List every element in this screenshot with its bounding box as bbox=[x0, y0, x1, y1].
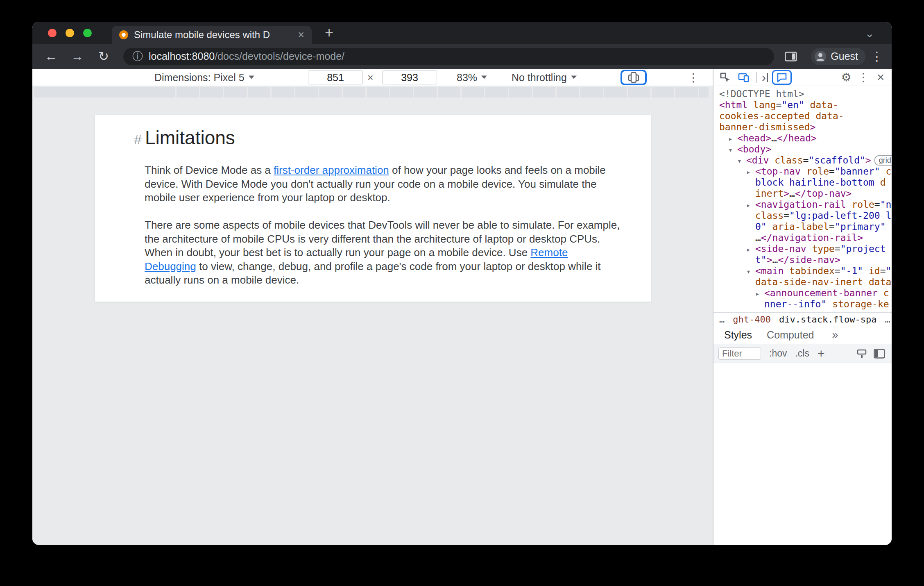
sidebar-toggle-icon[interactable] bbox=[874, 349, 885, 359]
dom-tree-node[interactable]: …</navigation-rail> bbox=[713, 232, 892, 243]
code-token: nner--info" bbox=[764, 299, 827, 309]
devtools-close-button[interactable]: × bbox=[874, 70, 888, 85]
dom-tree-node[interactable]: inert>…</top-nav> bbox=[713, 188, 892, 199]
dom-tree-node[interactable]: <!DOCTYPE html> bbox=[713, 89, 892, 100]
collapse-arrow-icon[interactable]: ▾ bbox=[737, 155, 746, 166]
code-token bbox=[874, 177, 880, 188]
code-token: > bbox=[784, 188, 789, 199]
tab-styles[interactable]: Styles bbox=[717, 329, 759, 341]
dom-tree-node[interactable]: ▸<top-nav role="banner" c bbox=[713, 166, 892, 177]
expand-arrow-icon[interactable]: ▸ bbox=[746, 166, 755, 177]
dom-tree-node[interactable]: ▸<navigation-rail role="n bbox=[713, 199, 892, 210]
dom-tree-node[interactable]: 0" aria-label="primary" bbox=[713, 221, 892, 232]
code-token: … bbox=[771, 133, 777, 143]
close-window-button[interactable] bbox=[48, 29, 57, 37]
rendering-emulation-icon[interactable] bbox=[856, 348, 867, 359]
expand-arrow-icon[interactable]: ▸ bbox=[755, 288, 764, 299]
code-token: = bbox=[835, 243, 840, 254]
devtools-menu-button[interactable]: ⋮ bbox=[856, 70, 870, 84]
breadcrumb-overflow-right[interactable]: … bbox=[885, 314, 890, 325]
dom-tree-node[interactable]: block hairline-bottom d bbox=[713, 177, 892, 188]
browser-menu-button[interactable]: ⋮ bbox=[870, 49, 884, 64]
code-token: " bbox=[886, 266, 892, 276]
code-token: … bbox=[789, 188, 795, 199]
dom-tree-node[interactable]: banner-dismissed> bbox=[713, 122, 892, 133]
tab-close-icon[interactable]: × bbox=[298, 30, 304, 41]
heading-anchor-hash[interactable]: # bbox=[134, 132, 142, 148]
code-token: "en" bbox=[781, 100, 804, 110]
code-token: type bbox=[812, 243, 834, 254]
collapse-arrow-icon[interactable]: ▾ bbox=[728, 144, 737, 155]
dom-tree-node[interactable]: <html lang="en" data- bbox=[713, 100, 892, 111]
breadcrumb-overflow-left[interactable]: … bbox=[719, 314, 725, 325]
reload-button[interactable]: ↻ bbox=[95, 49, 113, 64]
code-token bbox=[784, 266, 789, 276]
zoom-window-button[interactable] bbox=[83, 29, 92, 37]
width-input[interactable] bbox=[308, 70, 363, 84]
profile-button[interactable]: Guest bbox=[811, 48, 865, 65]
code-token: c bbox=[883, 288, 889, 298]
rotate-button[interactable] bbox=[627, 71, 640, 84]
dom-tree-node[interactable]: class="lg:pad-left-200 l bbox=[713, 210, 892, 221]
doc-text: Think of Device Mode as a bbox=[145, 164, 274, 176]
more-tabs-button[interactable]: » bbox=[832, 329, 838, 341]
dom-tree-node[interactable]: ▾<main tabindex="-1" id=" bbox=[713, 266, 892, 277]
height-input[interactable] bbox=[382, 70, 437, 84]
code-token: inert bbox=[755, 188, 784, 199]
styles-filter-bar: :hov .cls + bbox=[713, 344, 892, 363]
inspect-element-button[interactable] bbox=[718, 70, 732, 85]
code-token: = bbox=[835, 266, 840, 276]
code-token: lang bbox=[753, 100, 776, 110]
dom-tree-node[interactable]: cookies-accepted data- bbox=[713, 111, 892, 122]
code-token: t" bbox=[755, 254, 767, 265]
devtools-panel: › ⚙ ⋮ × <!DOCTYPE html><html lang="en" d… bbox=[713, 69, 892, 545]
expand-arrow-icon[interactable]: ▸ bbox=[746, 244, 755, 254]
code-token: data bbox=[869, 277, 891, 287]
toolbar-divider bbox=[756, 72, 757, 83]
breadcrumb-item[interactable]: div.stack.flow-spa bbox=[779, 314, 876, 325]
address-bar[interactable]: ⓘ localhost:8080/docs/devtools/device-mo… bbox=[123, 48, 774, 65]
grid-badge[interactable]: grid bbox=[874, 155, 892, 166]
device-select[interactable]: Dimensions: Pixel 5 bbox=[154, 71, 254, 83]
breadcrumb-item[interactable]: ght-400 bbox=[733, 314, 771, 325]
browser-tab[interactable]: Simulate mobile devices with D × bbox=[112, 26, 312, 44]
collapse-arrow-icon[interactable]: ▾ bbox=[746, 266, 755, 277]
toggle-element-state-button[interactable]: :hov bbox=[769, 348, 787, 359]
zoom-select[interactable]: 83% bbox=[457, 71, 487, 83]
dom-tree-node[interactable]: ▸<head>…</head> bbox=[713, 133, 892, 144]
settings-gear-icon[interactable]: ⚙ bbox=[839, 70, 853, 84]
code-token: role bbox=[852, 199, 874, 210]
expand-arrow-icon[interactable]: ▸ bbox=[728, 133, 737, 144]
address-toolbar: ← → ↻ ⓘ localhost:8080/docs/devtools/dev… bbox=[32, 44, 892, 69]
dom-tree-node[interactable]: ▸<side-nav type="project bbox=[713, 243, 892, 254]
dom-tree-node[interactable]: t">…</side-nav> bbox=[713, 254, 892, 266]
tab-computed[interactable]: Computed bbox=[759, 329, 821, 341]
dom-tree-node[interactable]: ▾<div class="scaffold">grid bbox=[713, 155, 892, 166]
new-tab-button[interactable]: + bbox=[325, 23, 333, 42]
tab-search-chevron-icon[interactable]: ⌄ bbox=[865, 27, 874, 40]
expand-arrow-icon[interactable]: ▸ bbox=[746, 200, 755, 210]
back-button[interactable]: ← bbox=[42, 49, 60, 64]
side-panel-button[interactable] bbox=[785, 52, 801, 61]
dropdown-caret-icon bbox=[249, 76, 254, 79]
site-info-icon[interactable]: ⓘ bbox=[132, 49, 143, 64]
code-token: <html bbox=[719, 100, 747, 110]
dom-tree-node[interactable]: ▾<body> bbox=[713, 144, 892, 155]
dom-tree-node[interactable]: ▸<announcement-banner c bbox=[713, 288, 892, 299]
minimize-window-button[interactable] bbox=[66, 29, 74, 37]
element-classes-button[interactable]: .cls bbox=[795, 348, 809, 359]
code-token: = bbox=[880, 266, 886, 276]
throttling-select[interactable]: No throttling bbox=[512, 71, 577, 83]
new-style-rule-button[interactable]: + bbox=[818, 347, 825, 361]
forward-button[interactable]: → bbox=[68, 49, 86, 64]
dom-tree-node[interactable]: data-side-nav-inert data bbox=[713, 277, 892, 288]
ai-assistance-tab[interactable] bbox=[772, 70, 792, 85]
styles-filter-input[interactable] bbox=[718, 348, 761, 360]
device-toolbar-menu-button[interactable]: ⋮ bbox=[688, 70, 699, 84]
device-mode-button[interactable] bbox=[736, 70, 751, 85]
doc-link[interactable]: first-order approximation bbox=[274, 164, 389, 176]
code-token: banner-dismissed bbox=[719, 122, 810, 132]
chevron-right-icon[interactable]: › bbox=[762, 70, 768, 84]
code-token: data- bbox=[810, 100, 838, 110]
dom-tree-node[interactable]: nner--info" storage-ke bbox=[713, 299, 892, 310]
